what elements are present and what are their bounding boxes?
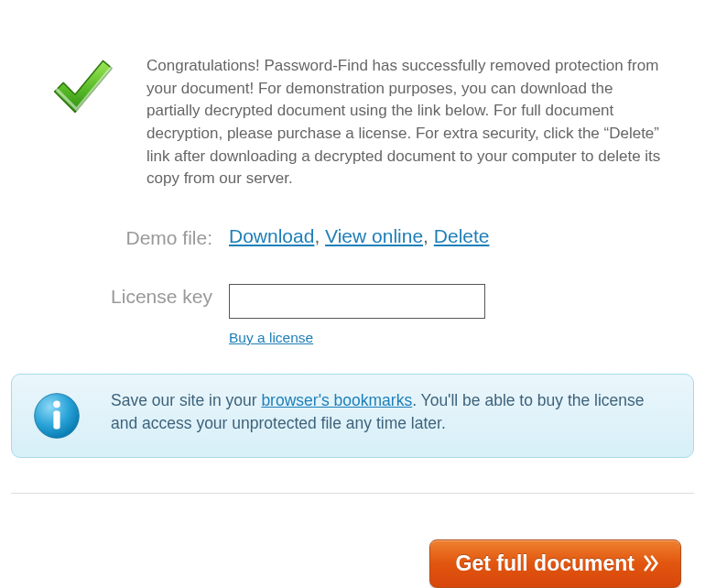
buy-license-link[interactable]: Buy a license [229,330,313,346]
info-icon [28,389,111,441]
demo-file-links: Download, View online, Delete [229,225,696,247]
info-text-prefix: Save our site in your [111,391,261,409]
license-key-label: License key [9,284,229,308]
svg-point-1 [53,400,60,408]
get-full-document-button[interactable]: Get full document [429,539,682,588]
download-link[interactable]: Download [229,225,314,246]
delete-link[interactable]: Delete [434,225,490,246]
info-box: Save our site in your browser's bookmark… [11,374,694,458]
svg-rect-2 [53,410,60,429]
license-key-input[interactable] [229,284,485,319]
success-checkmark-icon [46,55,146,128]
separator: , [423,225,434,246]
success-message: Congratulations! Password-Find has succe… [146,55,678,191]
separator: , [314,225,325,246]
demo-file-label: Demo file: [9,225,229,249]
chevron-double-right-icon [644,555,660,572]
bookmarks-link[interactable]: browser's bookmarks [261,391,412,409]
view-online-link[interactable]: View online [325,225,423,246]
info-text: Save our site in your browser's bookmark… [111,389,675,436]
cta-label: Get full document [456,551,635,576]
